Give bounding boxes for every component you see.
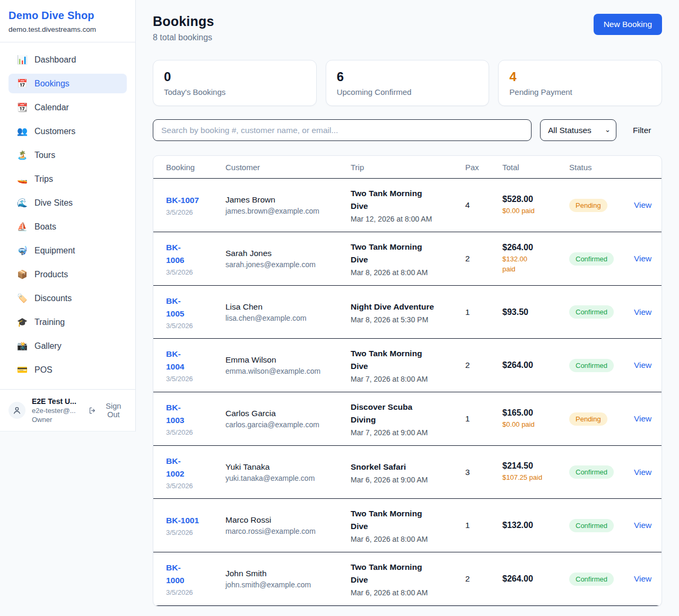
grad-cap-icon: 🎓	[17, 317, 28, 327]
pax-count: 1	[465, 307, 502, 317]
col-status: Status	[569, 163, 634, 172]
booking-id-link[interactable]: BK- 1005	[166, 295, 225, 320]
person-icon	[13, 406, 21, 415]
shop-name: Demo Dive Shop	[8, 10, 127, 22]
sidebar-item-dive-sites[interactable]: 🌊 Dive Sites	[8, 193, 127, 213]
pax-count: 1	[465, 414, 502, 424]
sailboat-icon: ⛵	[17, 222, 28, 232]
total-amount: $528.00	[502, 195, 569, 204]
customer-email: yuki.tanaka@example.com	[225, 474, 351, 482]
stat-card: 6 Upcoming Confirmed	[326, 60, 490, 106]
booking-id-link[interactable]: BK- 1002	[166, 455, 225, 480]
trip-name: Two Tank Morning Dive	[351, 561, 465, 586]
user-email: e2e-tester@...	[32, 407, 78, 415]
sidebar-item-label: Calendar	[34, 103, 69, 112]
booking-id-link[interactable]: BK-1001	[166, 514, 225, 527]
sidebar-item-bookings[interactable]: 📅 Bookings	[8, 74, 127, 93]
filters-row: All Statuses ⌄ Filter	[153, 119, 662, 141]
view-link[interactable]: View	[634, 414, 651, 423]
booking-id-link[interactable]: BK- 1004	[166, 348, 225, 373]
tear-calendar-icon: 📆	[17, 102, 28, 112]
sidebar-item-label: Gallery	[34, 341, 62, 351]
trip-name: Snorkel Safari	[351, 461, 465, 473]
sidebar-item-tours[interactable]: 🏝️ Tours	[8, 145, 127, 165]
sign-out-icon	[89, 406, 97, 415]
sidebar-item-dashboard[interactable]: 📊 Dashboard	[8, 50, 127, 69]
booking-id-link[interactable]: BK- 1000	[166, 561, 225, 587]
customer-name: John Smith	[225, 569, 351, 578]
island-icon: 🏝️	[17, 150, 28, 160]
view-link[interactable]: View	[634, 254, 651, 263]
sidebar-item-label: Tours	[34, 151, 55, 160]
trip-name: Night Dive Adventure	[351, 301, 465, 313]
view-link[interactable]: View	[634, 200, 651, 209]
table-row: BK- 1005 3/5/2026 Lisa Chen lisa.chen@ex…	[153, 286, 661, 339]
status-badge: Pending	[569, 199, 607, 212]
paid-amount: $132.00 paid	[502, 254, 569, 275]
people-icon: 👥	[17, 126, 28, 136]
table-row: BK-1001 3/5/2026 Marco Rossi marco.rossi…	[153, 499, 661, 552]
status-badge: Confirmed	[569, 359, 614, 372]
stat-card: 4 Pending Payment	[498, 60, 662, 106]
pax-count: 3	[465, 468, 502, 477]
sign-out-button[interactable]: Sign Out	[89, 402, 127, 419]
booking-date: 3/5/2026	[166, 322, 225, 330]
status-badge: Confirmed	[569, 465, 614, 479]
table-row: BK- 1000 3/5/2026 John Smith john.smith@…	[153, 552, 661, 606]
status-select[interactable]: All Statuses	[540, 119, 616, 141]
sidebar: Demo Dive Shop demo.test.divestreams.com…	[0, 0, 136, 432]
view-link[interactable]: View	[634, 521, 651, 530]
sidebar-item-products[interactable]: 📦 Products	[8, 265, 127, 284]
total-amount: $264.00	[502, 243, 569, 252]
search-input[interactable]	[153, 119, 532, 141]
stat-label: Upcoming Confirmed	[337, 87, 478, 96]
total-amount: $165.00	[502, 408, 569, 418]
shop-domain: demo.test.divestreams.com	[8, 25, 127, 33]
trip-name: Discover Scuba Diving	[351, 401, 465, 426]
booking-id-link[interactable]: BK-1007	[166, 194, 225, 207]
sidebar-item-discounts[interactable]: 🏷️ Discounts	[8, 288, 127, 308]
view-link[interactable]: View	[634, 468, 651, 477]
col-trip: Trip	[351, 163, 465, 172]
view-link[interactable]: View	[634, 307, 651, 316]
status-badge: Confirmed	[569, 573, 614, 586]
sidebar-item-gallery[interactable]: 📸 Gallery	[8, 336, 127, 356]
booking-date: 3/5/2026	[166, 428, 225, 436]
package-icon: 📦	[17, 269, 28, 279]
sidebar-item-label: Dive Sites	[34, 198, 73, 208]
sidebar-item-calendar[interactable]: 📆 Calendar	[8, 98, 127, 117]
booking-date: 3/5/2026	[166, 588, 225, 596]
view-link[interactable]: View	[634, 360, 651, 369]
sidebar-item-customers[interactable]: 👥 Customers	[8, 121, 127, 141]
sidebar-item-boats[interactable]: ⛵ Boats	[8, 217, 127, 236]
filter-button[interactable]: Filter	[633, 126, 651, 135]
table-row: BK- 1006 3/5/2026 Sarah Jones sarah.jone…	[153, 232, 661, 286]
sidebar-item-trips[interactable]: 🚤 Trips	[8, 169, 127, 189]
trip-datetime: Mar 12, 2026 at 8:00 AM	[351, 215, 465, 223]
bookings-table: Booking Customer Trip Pax Total Status B…	[153, 155, 662, 606]
sign-out-label: Sign Out	[100, 402, 127, 419]
total-amount: $214.50	[502, 461, 569, 471]
paid-amount: $0.00 paid	[502, 206, 569, 216]
customer-email: sarah.jones@example.com	[225, 260, 351, 269]
col-booking: Booking	[166, 163, 225, 172]
booking-date: 3/5/2026	[166, 529, 225, 536]
new-booking-button[interactable]: New Booking	[594, 14, 662, 35]
sidebar-item-pos[interactable]: 💳 POS	[8, 360, 127, 380]
customer-name: Yuki Tanaka	[225, 462, 351, 472]
view-link[interactable]: View	[634, 574, 651, 583]
booking-id-link[interactable]: BK- 1003	[166, 401, 225, 427]
customer-email: james.brown@example.com	[225, 207, 351, 215]
sidebar-item-training[interactable]: 🎓 Training	[8, 312, 127, 332]
trip-name: Two Tank Morning Dive	[351, 187, 465, 213]
col-customer: Customer	[225, 163, 351, 172]
booking-id-link[interactable]: BK- 1006	[166, 241, 225, 267]
sidebar-item-equipment[interactable]: 🤿 Equipment	[8, 241, 127, 260]
trip-datetime: Mar 7, 2026 at 9:00 AM	[351, 428, 465, 437]
calendar-icon: 📅	[17, 78, 28, 89]
sidebar-item-label: Customers	[34, 127, 75, 136]
customer-email: emma.wilson@example.com	[225, 367, 351, 375]
stat-value: 6	[337, 69, 478, 84]
stats-row: 0 Today's Bookings 6 Upcoming Confirmed …	[153, 60, 662, 106]
pax-count: 1	[465, 521, 502, 530]
